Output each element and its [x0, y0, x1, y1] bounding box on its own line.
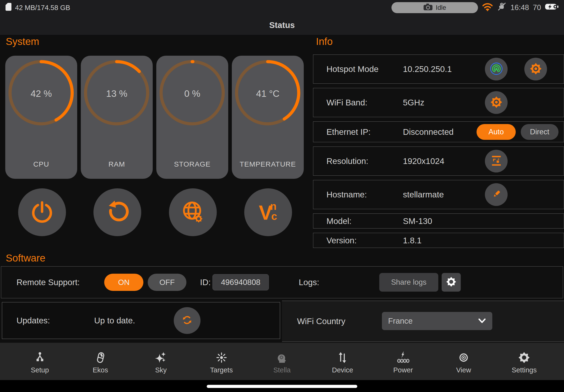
resolution-settings-button[interactable]	[485, 150, 508, 173]
resolution-value: 1920x1024	[403, 156, 444, 166]
remote-support-label: Remote Support:	[16, 278, 80, 287]
storage-value: 0 %	[156, 88, 228, 99]
device-icon	[336, 349, 349, 364]
version-label: Version:	[327, 236, 357, 245]
vnc-icon: V n c	[256, 199, 281, 225]
nav-item-power[interactable]: Power	[379, 349, 427, 374]
ethernet-value: Disconnected	[403, 127, 454, 137]
check-updates-button[interactable]	[174, 307, 201, 334]
web-globe-icon	[180, 199, 205, 225]
nav-item-stella[interactable]: Stella	[258, 349, 306, 374]
home-bar	[0, 380, 564, 392]
battery-percent-text: 70	[533, 3, 541, 12]
nav-label: Settings	[512, 366, 537, 374]
page-title: Status	[269, 20, 295, 30]
updates-row: Updates: Up to date.	[2, 302, 280, 339]
vnc-button[interactable]: V n c	[244, 188, 292, 236]
ethernet-auto-button[interactable]: Auto	[477, 124, 516, 140]
wifi-band-value: 5GHz	[403, 98, 424, 107]
info-heading: Info	[316, 36, 333, 47]
nav-item-targets[interactable]: Targets	[198, 349, 246, 374]
nav-item-settings[interactable]: Settings	[500, 349, 548, 374]
status-page: 42 MB/174.58 GB Idle 16:48 70 Status	[0, 0, 564, 392]
gear-icon	[446, 276, 457, 288]
hotspot-value: 10.250.250.1	[403, 64, 452, 74]
resolution-row: Resolution: 1920x1024	[313, 147, 564, 176]
stella-icon	[276, 349, 288, 364]
wifi-icon	[482, 2, 493, 13]
chevron-down-icon	[478, 316, 486, 325]
nav-item-sky[interactable]: Sky	[137, 349, 185, 374]
hotspot-row: Hotspot Mode 10.250.250.1	[313, 55, 564, 84]
temperature-label: TEMPERATURE	[232, 160, 304, 168]
hotspot-toggle-button[interactable]	[485, 58, 508, 81]
shutdown-button[interactable]	[18, 188, 66, 236]
nav-label: Device	[332, 366, 353, 374]
home-indicator[interactable]	[207, 385, 357, 388]
wifi-band-settings-button[interactable]	[485, 91, 508, 114]
software-heading: Software	[6, 252, 45, 264]
web-manager-button[interactable]	[169, 188, 217, 236]
resolution-label: Resolution:	[327, 156, 368, 166]
restart-icon	[105, 200, 129, 225]
hotspot-settings-button[interactable]	[524, 58, 547, 81]
share-logs-button[interactable]: Share logs	[379, 273, 438, 292]
nav-label: Targets	[210, 366, 233, 374]
nav-item-view[interactable]: View	[440, 349, 488, 374]
gear-icon	[490, 96, 503, 110]
sky-icon	[155, 349, 167, 364]
nav-item-device[interactable]: Device	[318, 349, 366, 374]
version-row: Version: 1.8.1	[313, 233, 564, 248]
hostname-edit-button[interactable]	[485, 183, 508, 206]
remote-support-off-button[interactable]: OFF	[148, 274, 186, 291]
wifi-country-label: WiFi Country	[297, 316, 345, 326]
camera-icon	[423, 3, 433, 12]
hotspot-label: Hotspot Mode	[327, 64, 379, 74]
nav-label: Sky	[155, 366, 166, 374]
remote-id-label: ID:	[200, 278, 211, 287]
temperature-value: 41 °C	[232, 88, 304, 99]
logs-settings-button[interactable]	[442, 273, 461, 292]
wifi-country-value: France	[388, 316, 413, 325]
battery-charging-icon	[545, 3, 559, 12]
wifi-country-select[interactable]: France	[382, 312, 492, 330]
cpu-label: CPU	[5, 160, 77, 168]
updates-status-text: Up to date.	[94, 316, 135, 325]
nav-label: Stella	[273, 366, 291, 374]
ethernet-direct-button[interactable]: Direct	[521, 124, 559, 140]
view-eye-icon	[457, 349, 470, 364]
version-value: 1.8.1	[403, 236, 422, 245]
wifi-band-row: WiFi Band: 5GHz	[313, 88, 564, 117]
mute-icon	[497, 2, 507, 13]
logs-label: Logs:	[299, 278, 319, 287]
restart-button[interactable]	[94, 188, 141, 236]
nav-label: Ekos	[93, 366, 108, 374]
nav-label: Power	[393, 366, 413, 374]
power-icon	[30, 200, 54, 225]
remote-id-input[interactable]	[212, 274, 269, 290]
nav-item-setup[interactable]: Setup	[16, 349, 64, 374]
ram-label: RAM	[81, 160, 153, 168]
wifi-country-row: WiFi Country France	[282, 301, 564, 342]
ethernet-label: Ethernet IP:	[327, 127, 371, 137]
model-label: Model:	[327, 216, 352, 226]
pencil-icon	[490, 188, 502, 201]
info-rows: Hotspot Mode 10.250.250.1	[313, 55, 564, 252]
system-heading: System	[6, 36, 39, 47]
bottom-nav: Setup Ekos	[0, 343, 564, 380]
sd-card-icon	[5, 3, 12, 13]
ram-value: 13 %	[81, 88, 153, 99]
setup-icon	[34, 349, 46, 364]
hostname-row: Hostname: stellarmate	[313, 180, 564, 209]
status-bar: 42 MB/174.58 GB Idle 16:48 70	[0, 0, 564, 15]
remote-support-on-button[interactable]: ON	[104, 274, 143, 291]
hostname-value: stellarmate	[403, 190, 444, 199]
storage-usage-text: 42 MB/174.58 GB	[15, 4, 70, 12]
title-bar: Status	[0, 15, 564, 35]
storage-gauge: 0 % STORAGE	[156, 56, 228, 179]
clock-text: 16:48	[510, 3, 529, 12]
refresh-icon	[181, 314, 193, 327]
model-row: Model: SM-130	[313, 213, 564, 228]
nav-item-ekos[interactable]: Ekos	[76, 349, 124, 374]
camera-status-pill[interactable]: Idle	[391, 2, 478, 13]
